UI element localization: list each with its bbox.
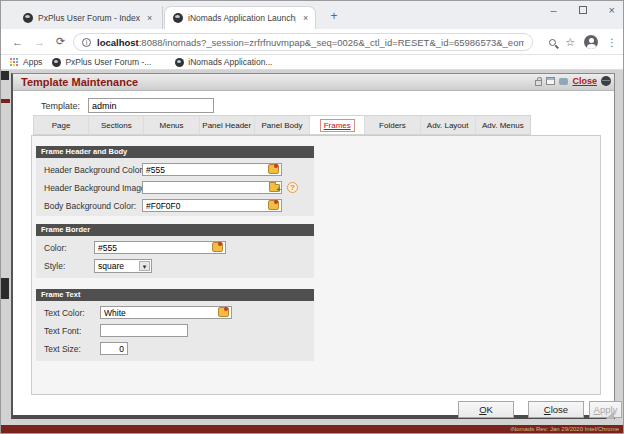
chat-help-icon[interactable]: [559, 78, 568, 85]
group-title: Frame Header and Body: [36, 146, 314, 158]
close-button[interactable]: Close: [528, 401, 584, 418]
color-picker-icon[interactable]: [212, 242, 223, 252]
lock-icon[interactable]: [535, 80, 542, 86]
group-frame-text: Frame Text Text Color: Text Font: Tex: [36, 289, 314, 361]
color-picker-icon[interactable]: [218, 307, 229, 317]
help-icon[interactable]: ?: [287, 182, 298, 193]
url-path: :8088/inomads?_session=zrfrfnuvmpap&_seq…: [139, 37, 524, 48]
search-icon[interactable]: [549, 39, 556, 46]
group-title: Frame Text: [36, 289, 314, 301]
header-background-image-input[interactable]: [142, 181, 282, 194]
field-label: Header Background Image:: [44, 183, 148, 193]
window-maximize-button[interactable]: [579, 6, 587, 14]
field-row: Header Background Image: ?: [36, 179, 314, 197]
page-title: Template Maintenance: [21, 76, 138, 88]
ok-button[interactable]: OK: [458, 401, 514, 418]
text-font-input[interactable]: [100, 324, 188, 337]
border-color-input[interactable]: [94, 241, 226, 254]
field-label: Text Color:: [44, 308, 85, 318]
bookmark-star-icon[interactable]: ☆: [565, 36, 575, 49]
tab-page[interactable]: Page: [34, 116, 89, 134]
tab-panel-header[interactable]: Panel Header: [200, 116, 255, 134]
tab-menus[interactable]: Menus: [144, 116, 199, 134]
browser-window: PxPlus User Forum - Index × iNomads Appl…: [0, 0, 624, 434]
header-background-color-input[interactable]: [142, 163, 282, 176]
tab-sections[interactable]: Sections: [89, 116, 144, 134]
window-edge-artifact: [1, 278, 9, 299]
field-label: Text Size:: [44, 344, 81, 354]
back-icon[interactable]: ←: [12, 36, 23, 48]
apps-label[interactable]: Apps: [23, 57, 42, 67]
color-picker-icon[interactable]: [268, 164, 279, 174]
template-label: Template:: [41, 101, 80, 111]
profile-avatar-icon[interactable]: [584, 35, 598, 49]
field-row: Style: square ▾: [36, 257, 314, 275]
status-text: iNomads Rev: Jan 29/2020 Intel/Chrome: [1, 425, 624, 433]
window-edge-artifact: [1, 99, 10, 103]
color-picker-icon[interactable]: [268, 200, 279, 210]
browser-menu-icon[interactable]: ⋮: [607, 37, 617, 48]
tab-title: PxPlus User Forum - Index: [38, 13, 140, 23]
browser-tab-inomads[interactable]: iNomads Application Launchpad ×: [164, 6, 316, 29]
inomads-favicon-icon: [175, 58, 184, 67]
dialog-header: Template Maintenance Close: [13, 74, 614, 91]
tab-title: iNomads Application Launchpad: [188, 13, 296, 23]
tab-panel-body[interactable]: Panel Body: [255, 116, 310, 134]
resize-grip[interactable]: [606, 411, 614, 419]
tab-adv-layout[interactable]: Adv. Layout: [421, 116, 476, 134]
window-minimize-button[interactable]: –: [550, 4, 556, 16]
field-row: Text Font:: [36, 322, 314, 340]
window-edge-artifact: [1, 71, 9, 80]
tab-folders[interactable]: Folders: [365, 116, 420, 134]
text-size-input[interactable]: [100, 342, 128, 355]
bookmarks-bar: Apps PxPlus User Forum -... iNomads Appl…: [1, 55, 623, 70]
template-maintenance-dialog: Template Maintenance Close Template: Pag…: [11, 73, 615, 419]
page-background: Template Maintenance Close Template: Pag…: [1, 70, 624, 434]
forward-icon[interactable]: →: [34, 36, 45, 48]
frames-tab-panel: Frame Header and Body Header Background …: [31, 135, 601, 395]
apps-grid-icon[interactable]: [10, 58, 19, 67]
tab-close-icon[interactable]: ×: [303, 13, 308, 23]
url-host: localhost: [97, 37, 139, 48]
tab-close-icon[interactable]: ×: [147, 13, 152, 23]
group-title: Frame Border: [36, 224, 314, 236]
tab-frames[interactable]: Frames: [310, 116, 365, 134]
pxplus-favicon-icon: [23, 13, 33, 23]
globe-icon[interactable]: [601, 76, 611, 86]
inomads-status-bar: iNomads Rev: Jan 29/2020 Intel/Chrome: [1, 425, 624, 433]
form-tab-bar: Page Sections Menus Panel Header Panel B…: [33, 115, 531, 135]
page-info-icon[interactable]: i: [82, 38, 91, 47]
browser-tab-strip: PxPlus User Forum - Index × iNomads Appl…: [1, 1, 623, 29]
bookmark-inomads[interactable]: iNomads Application...: [165, 57, 272, 67]
group-frame-border: Frame Border Color: Style: square ▾: [36, 224, 314, 278]
bookmark-pxplus[interactable]: PxPlus User Forum -...: [42, 57, 151, 67]
field-row: Text Color:: [36, 304, 314, 322]
browse-folder-icon[interactable]: [269, 184, 280, 192]
browser-tab-pxplus[interactable]: PxPlus User Forum - Index ×: [15, 6, 163, 29]
address-bar[interactable]: i localhost:8088/inomads?_session=zrfrfn…: [73, 33, 533, 51]
border-style-select[interactable]: square ▾: [94, 259, 152, 273]
text-color-input[interactable]: [100, 306, 232, 319]
body-background-color-input[interactable]: [142, 199, 282, 212]
field-row: Header Background Color:: [36, 161, 314, 179]
bookmark-label: iNomads Application...: [188, 57, 272, 67]
group-frame-header-and-body: Frame Header and Body Header Background …: [36, 146, 314, 216]
new-tab-button[interactable]: +: [326, 9, 342, 25]
inomads-favicon-icon: [173, 13, 183, 23]
field-label: Color:: [44, 243, 67, 253]
field-row: Text Size:: [36, 340, 314, 358]
chevron-down-icon: ▾: [139, 261, 150, 271]
popup-window-icon[interactable]: [546, 77, 555, 85]
field-row: Body Background Color:: [36, 197, 314, 215]
window-close-button[interactable]: ×: [609, 4, 615, 16]
tab-adv-menus[interactable]: Adv. Menus: [476, 116, 530, 134]
bookmark-label: PxPlus User Forum -...: [65, 57, 151, 67]
field-label: Style:: [44, 261, 65, 271]
reload-icon[interactable]: ⟳: [56, 35, 65, 48]
field-label: Header Background Color:: [44, 165, 145, 175]
pxplus-favicon-icon: [52, 58, 61, 67]
field-label: Body Background Color:: [44, 201, 136, 211]
url-text: localhost:8088/inomads?_session=zrfrfnuv…: [97, 37, 524, 48]
template-input[interactable]: [88, 98, 214, 113]
dialog-close-link[interactable]: Close: [572, 76, 597, 86]
